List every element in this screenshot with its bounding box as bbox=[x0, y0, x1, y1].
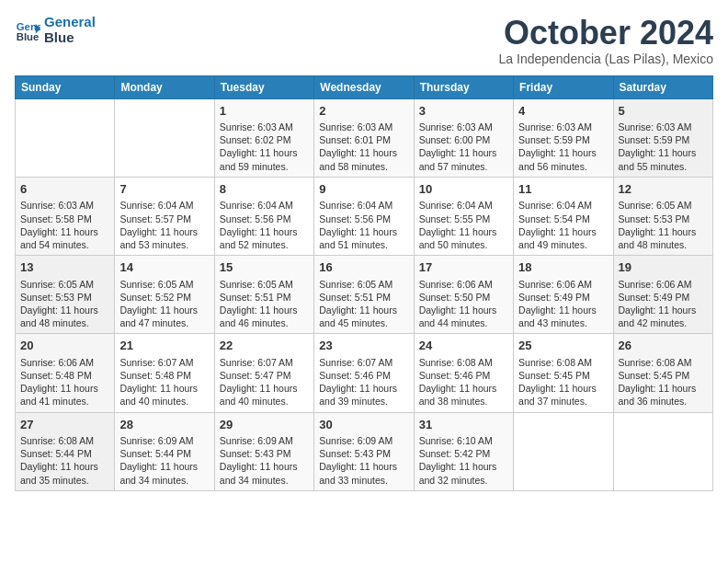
calendar-cell: 29Sunrise: 6:09 AMSunset: 5:43 PMDayligh… bbox=[214, 412, 313, 490]
day-number: 25 bbox=[518, 338, 608, 354]
day-info: Sunrise: 6:06 AMSunset: 5:48 PMDaylight:… bbox=[20, 356, 109, 408]
day-number: 22 bbox=[220, 338, 309, 354]
day-info: Sunrise: 6:07 AMSunset: 5:47 PMDaylight:… bbox=[220, 356, 309, 408]
day-info: Sunrise: 6:03 AMSunset: 5:59 PMDaylight:… bbox=[619, 121, 708, 173]
day-info: Sunrise: 6:09 AMSunset: 5:43 PMDaylight:… bbox=[220, 434, 309, 487]
day-number: 28 bbox=[119, 417, 209, 433]
day-info: Sunrise: 6:04 AMSunset: 5:56 PMDaylight:… bbox=[220, 199, 309, 251]
day-info: Sunrise: 6:05 AMSunset: 5:53 PMDaylight:… bbox=[20, 278, 109, 330]
weekday-header-monday: Monday bbox=[115, 75, 214, 98]
day-number: 6 bbox=[20, 181, 109, 198]
calendar-week-row: 20Sunrise: 6:06 AMSunset: 5:48 PMDayligh… bbox=[16, 334, 713, 412]
day-info: Sunrise: 6:04 AMSunset: 5:56 PMDaylight:… bbox=[319, 199, 408, 251]
calendar-table: SundayMondayTuesdayWednesdayThursdayFrid… bbox=[15, 75, 713, 491]
calendar-week-row: 1Sunrise: 6:03 AMSunset: 6:02 PMDaylight… bbox=[16, 98, 713, 177]
calendar-cell bbox=[115, 98, 214, 177]
weekday-header-wednesday: Wednesday bbox=[314, 75, 414, 98]
day-info: Sunrise: 6:05 AMSunset: 5:53 PMDaylight:… bbox=[619, 199, 708, 251]
day-number: 23 bbox=[319, 338, 408, 354]
day-number: 16 bbox=[319, 259, 408, 276]
day-number: 5 bbox=[619, 103, 708, 120]
calendar-header-row: SundayMondayTuesdayWednesdayThursdayFrid… bbox=[16, 75, 713, 98]
weekday-header-tuesday: Tuesday bbox=[214, 75, 313, 98]
calendar-cell: 9Sunrise: 6:04 AMSunset: 5:56 PMDaylight… bbox=[314, 177, 414, 255]
svg-text:Blue: Blue bbox=[17, 30, 40, 41]
day-info: Sunrise: 6:05 AMSunset: 5:51 PMDaylight:… bbox=[220, 278, 309, 330]
calendar-cell: 11Sunrise: 6:04 AMSunset: 5:54 PMDayligh… bbox=[514, 177, 613, 255]
day-number: 10 bbox=[419, 181, 508, 198]
calendar-cell: 13Sunrise: 6:05 AMSunset: 5:53 PMDayligh… bbox=[16, 256, 115, 334]
calendar-cell: 22Sunrise: 6:07 AMSunset: 5:47 PMDayligh… bbox=[214, 334, 313, 412]
day-number: 29 bbox=[220, 417, 309, 433]
calendar-week-row: 6Sunrise: 6:03 AMSunset: 5:58 PMDaylight… bbox=[16, 177, 713, 255]
weekday-header-sunday: Sunday bbox=[16, 75, 115, 98]
calendar-body: 1Sunrise: 6:03 AMSunset: 6:02 PMDaylight… bbox=[16, 98, 713, 490]
page-header: General Blue General Blue October 2024 L… bbox=[15, 15, 713, 66]
logo-icon: General Blue bbox=[15, 17, 40, 43]
day-number: 21 bbox=[119, 338, 209, 354]
calendar-cell bbox=[16, 98, 115, 177]
title-block: October 2024 La Independencia (Las Pilas… bbox=[499, 15, 713, 66]
calendar-cell: 30Sunrise: 6:09 AMSunset: 5:43 PMDayligh… bbox=[314, 412, 414, 490]
day-info: Sunrise: 6:07 AMSunset: 5:46 PMDaylight:… bbox=[319, 356, 408, 408]
day-number: 17 bbox=[419, 259, 508, 276]
calendar-week-row: 13Sunrise: 6:05 AMSunset: 5:53 PMDayligh… bbox=[16, 256, 713, 334]
calendar-cell: 23Sunrise: 6:07 AMSunset: 5:46 PMDayligh… bbox=[314, 334, 414, 412]
day-info: Sunrise: 6:09 AMSunset: 5:44 PMDaylight:… bbox=[119, 434, 209, 487]
day-info: Sunrise: 6:06 AMSunset: 5:49 PMDaylight:… bbox=[619, 278, 708, 330]
calendar-cell: 19Sunrise: 6:06 AMSunset: 5:49 PMDayligh… bbox=[613, 256, 712, 334]
calendar-cell: 14Sunrise: 6:05 AMSunset: 5:52 PMDayligh… bbox=[115, 256, 214, 334]
calendar-cell: 25Sunrise: 6:08 AMSunset: 5:45 PMDayligh… bbox=[514, 334, 613, 412]
calendar-cell: 7Sunrise: 6:04 AMSunset: 5:57 PMDaylight… bbox=[115, 177, 214, 255]
weekday-header-saturday: Saturday bbox=[613, 75, 712, 98]
day-number: 20 bbox=[20, 338, 109, 354]
calendar-cell: 12Sunrise: 6:05 AMSunset: 5:53 PMDayligh… bbox=[613, 177, 712, 255]
calendar-cell: 21Sunrise: 6:07 AMSunset: 5:48 PMDayligh… bbox=[115, 334, 214, 412]
calendar-cell: 27Sunrise: 6:08 AMSunset: 5:44 PMDayligh… bbox=[16, 412, 115, 490]
calendar-cell: 18Sunrise: 6:06 AMSunset: 5:49 PMDayligh… bbox=[514, 256, 613, 334]
day-info: Sunrise: 6:08 AMSunset: 5:44 PMDaylight:… bbox=[20, 434, 109, 487]
logo-blue: Blue bbox=[44, 30, 96, 46]
day-number: 18 bbox=[518, 259, 608, 276]
day-number: 14 bbox=[119, 259, 209, 276]
day-info: Sunrise: 6:07 AMSunset: 5:48 PMDaylight:… bbox=[119, 356, 209, 408]
day-number: 13 bbox=[20, 259, 109, 276]
calendar-cell: 5Sunrise: 6:03 AMSunset: 5:59 PMDaylight… bbox=[613, 98, 712, 177]
calendar-cell: 17Sunrise: 6:06 AMSunset: 5:50 PMDayligh… bbox=[414, 256, 513, 334]
weekday-header-friday: Friday bbox=[514, 75, 613, 98]
calendar-cell: 6Sunrise: 6:03 AMSunset: 5:58 PMDaylight… bbox=[16, 177, 115, 255]
calendar-cell: 20Sunrise: 6:06 AMSunset: 5:48 PMDayligh… bbox=[16, 334, 115, 412]
calendar-cell: 15Sunrise: 6:05 AMSunset: 5:51 PMDayligh… bbox=[214, 256, 313, 334]
day-info: Sunrise: 6:03 AMSunset: 6:02 PMDaylight:… bbox=[220, 121, 309, 173]
weekday-header-thursday: Thursday bbox=[414, 75, 513, 98]
day-number: 11 bbox=[518, 181, 608, 198]
month-title: October 2024 bbox=[499, 15, 713, 52]
logo: General Blue General Blue bbox=[15, 15, 96, 45]
calendar-cell bbox=[613, 412, 712, 490]
logo-general: General bbox=[44, 15, 96, 30]
calendar-cell: 3Sunrise: 6:03 AMSunset: 6:00 PMDaylight… bbox=[414, 98, 513, 177]
calendar-cell: 8Sunrise: 6:04 AMSunset: 5:56 PMDaylight… bbox=[214, 177, 313, 255]
calendar-cell: 24Sunrise: 6:08 AMSunset: 5:46 PMDayligh… bbox=[414, 334, 513, 412]
day-info: Sunrise: 6:03 AMSunset: 5:58 PMDaylight:… bbox=[20, 199, 109, 251]
day-info: Sunrise: 6:04 AMSunset: 5:54 PMDaylight:… bbox=[518, 199, 608, 251]
day-number: 26 bbox=[619, 338, 708, 354]
day-number: 9 bbox=[319, 181, 408, 198]
day-number: 30 bbox=[319, 417, 408, 433]
calendar-cell bbox=[514, 412, 613, 490]
day-number: 12 bbox=[619, 181, 708, 198]
day-info: Sunrise: 6:03 AMSunset: 5:59 PMDaylight:… bbox=[518, 121, 608, 173]
location-title: La Independencia (Las Pilas), Mexico bbox=[499, 52, 713, 66]
calendar-cell: 31Sunrise: 6:10 AMSunset: 5:42 PMDayligh… bbox=[414, 412, 513, 490]
day-info: Sunrise: 6:05 AMSunset: 5:51 PMDaylight:… bbox=[319, 278, 408, 330]
day-number: 7 bbox=[119, 181, 209, 198]
calendar-cell: 2Sunrise: 6:03 AMSunset: 6:01 PMDaylight… bbox=[314, 98, 414, 177]
day-info: Sunrise: 6:03 AMSunset: 6:01 PMDaylight:… bbox=[319, 121, 408, 173]
day-number: 24 bbox=[419, 338, 508, 354]
calendar-week-row: 27Sunrise: 6:08 AMSunset: 5:44 PMDayligh… bbox=[16, 412, 713, 490]
calendar-cell: 1Sunrise: 6:03 AMSunset: 6:02 PMDaylight… bbox=[214, 98, 313, 177]
day-info: Sunrise: 6:08 AMSunset: 5:45 PMDaylight:… bbox=[619, 356, 708, 408]
day-number: 2 bbox=[319, 103, 408, 120]
day-number: 1 bbox=[220, 103, 309, 120]
day-info: Sunrise: 6:10 AMSunset: 5:42 PMDaylight:… bbox=[419, 434, 508, 487]
